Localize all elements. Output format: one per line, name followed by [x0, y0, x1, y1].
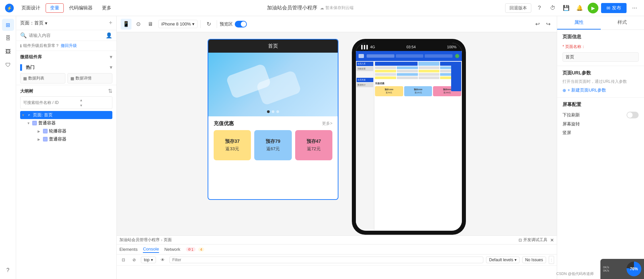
devtools-tab-row: Elements Console Network ⊘ 1 4	[117, 244, 557, 255]
devtools-scroll[interactable]: ⋮	[549, 256, 554, 264]
sidebar-data-icon[interactable]: 🗄	[2, 32, 14, 44]
arrow-down-btn[interactable]: ▼	[78, 103, 84, 108]
cloud-status: ☁ 暂未保存到云端	[320, 5, 354, 11]
publish-button[interactable]: ✉ 发布	[601, 3, 627, 13]
preview-toggle-switch[interactable]	[235, 21, 247, 27]
pull-refresh-toggle[interactable]	[627, 112, 639, 118]
nav-code-editor[interactable]: 代码编辑器	[65, 4, 97, 12]
run-button[interactable]: ▶	[588, 3, 598, 13]
undo-button[interactable]: ↩	[533, 19, 542, 29]
mini-cell-1	[375, 66, 396, 69]
dot-1[interactable]	[267, 110, 270, 113]
help-button[interactable]: ?	[534, 3, 545, 13]
save-button[interactable]: 💾	[561, 3, 572, 13]
devtools-tool-1[interactable]: ⊡	[119, 256, 127, 264]
recharge-card-3[interactable]: 预存47 返72元	[295, 130, 332, 160]
download-stat: 0K/s	[603, 269, 609, 272]
chevron-down-icon-hot[interactable]: ▾	[110, 64, 112, 70]
outline-section: 大纲树 ⇅ ▲ ▼ ▼ P 页面: 首页 ▼	[16, 85, 116, 146]
phone-content: 充值优惠 更多> 预存37 返33元 预存79 返67元	[208, 53, 338, 164]
sidebar-assets-icon[interactable]: 🖼	[2, 46, 14, 58]
devtools-separator: ›	[161, 238, 162, 242]
right-tab-properties[interactable]: 属性	[557, 16, 601, 30]
recharge-card-1[interactable]: 预存37 返33元	[214, 130, 251, 160]
tree-root-page[interactable]: ▼ P 页面: 首页	[20, 111, 112, 119]
component-data-detail[interactable]: ▦ 数据详情	[67, 73, 113, 83]
tree-container-1[interactable]: ▼ □ 普通容器	[25, 119, 112, 127]
pull-refresh-row: 下拉刷新	[562, 112, 639, 118]
nav-page-design[interactable]: 页面设计	[17, 4, 44, 12]
close-devtools-button[interactable]: ✕	[550, 237, 554, 243]
devtools-levels-select[interactable]: Default levels ▾	[486, 257, 519, 263]
component-data-list[interactable]: ▦ 数据列表	[20, 73, 65, 83]
mini-main-content: 充值优惠 更多> 预存1000 返50元	[374, 61, 462, 230]
devtools-tab-elements[interactable]: Elements	[119, 246, 138, 253]
mini-card-2: 预存2000 返120元	[404, 86, 432, 96]
add-page-button[interactable]: +	[109, 19, 112, 26]
device-desktop-icon[interactable]: 🖥	[145, 19, 156, 30]
component-icon: ▦	[23, 76, 27, 81]
mini-header-blue	[375, 62, 418, 66]
devtools-open-btn[interactable]: ⊡ 开发调试工具	[519, 237, 547, 243]
expand-icon-carousel: ▶	[38, 129, 42, 133]
devtools-filter-input[interactable]	[169, 257, 484, 263]
outline-search-input[interactable]	[23, 100, 77, 105]
carousel-area[interactable]	[208, 53, 338, 116]
page-name-input-row: 首页	[562, 52, 639, 62]
csdn-watermark: CSDN @低代码布道师	[556, 271, 594, 276]
right-panel: 属性 样式 页面信息 * 页面名称： 首页 页面URL参数 打开当前页面时，通过…	[557, 16, 644, 279]
search-input[interactable]	[29, 33, 104, 38]
topbar-more-button[interactable]: ···	[629, 3, 640, 13]
arrow-up-btn[interactable]: ▲	[78, 98, 84, 102]
tree-child-container: ▼ □ 普通容器 ▶ □ 轮播容器 ▶ □ 普通容器	[25, 119, 112, 143]
sidebar-pages-icon[interactable]: ⊞	[2, 19, 14, 31]
top-badge[interactable]: top ▾	[141, 257, 156, 263]
refresh-button[interactable]: ↻	[203, 19, 214, 30]
nav-more[interactable]: 更多	[98, 4, 115, 12]
hot-section-header: ▌ 热门 ▾	[16, 61, 116, 72]
outline-search-box: ▲ ▼	[20, 96, 112, 109]
mini-recharge-title: 充值优惠	[375, 82, 384, 85]
page-selector[interactable]: 页面：首页 ▾	[20, 20, 47, 26]
logo: ⚡	[4, 3, 15, 13]
upgrade-link[interactable]: 撤回升级	[61, 43, 77, 49]
mini-sidebar: 会员入库 功能设置 会员充值 数据统计	[356, 61, 374, 230]
more-link[interactable]: 更多>	[322, 121, 332, 126]
nav-variable[interactable]: 变量	[46, 3, 64, 13]
tree-carousel[interactable]: ▶ □ 轮播容器	[36, 127, 112, 135]
page-info-section: 页面信息 * 页面名称： 首页	[557, 30, 644, 66]
rollback-button[interactable]: 回退版本	[505, 3, 531, 13]
phone-screen: ▌▌▌ 4G 03:54 100%	[356, 43, 462, 231]
tree-plain-container[interactable]: ▶ □ 普通容器	[36, 135, 112, 143]
component-library-title: 微搭组件库	[20, 54, 42, 60]
redo-button[interactable]: ↪	[543, 19, 553, 29]
add-url-button[interactable]: ⊕ + 新建页面URL参数	[562, 87, 639, 93]
recharge-card-2[interactable]: 预存79 返67元	[254, 130, 291, 160]
bell-button[interactable]: 🔔	[574, 3, 585, 13]
stats-left: 0K/s 0K/s	[603, 266, 609, 272]
icon-sidebar: ⊞ 🗄 🖼 🛡 ?	[0, 16, 16, 279]
device-phone-icon[interactable]: 📱	[121, 19, 131, 30]
device-tablet-icon[interactable]: ⊙	[133, 19, 144, 30]
page-name-input[interactable]: 首页	[562, 52, 639, 62]
devtools-tool-eye[interactable]: 👁	[159, 256, 167, 264]
outline-sort-icon[interactable]: ⇅	[108, 88, 112, 94]
expand-icon-devtools: ⊡	[519, 238, 522, 242]
device-select[interactable]: iPhone 8 100% ▾	[158, 20, 198, 28]
right-tab-style[interactable]: 样式	[601, 16, 644, 30]
carousel-icon: □	[43, 129, 48, 133]
sidebar-help-icon[interactable]: ?	[2, 264, 14, 276]
sidebar-shield-icon[interactable]: 🛡	[2, 59, 14, 71]
devtools-tab-network[interactable]: Network	[164, 246, 180, 253]
dot-2[interactable]	[272, 110, 274, 113]
history-button[interactable]: ⏱	[547, 3, 558, 13]
hot-icon: ▌	[20, 64, 24, 70]
mini-cell-11	[419, 73, 440, 76]
devtools: 加油站会员管理小程序 › 页面 ⊡ 开发调试工具 ✕ Elements Cons…	[117, 235, 557, 279]
devtools-tab-console[interactable]: Console	[143, 246, 159, 253]
hot-title: 热门	[26, 64, 35, 70]
chevron-down-icon-lib[interactable]: ▾	[110, 54, 112, 60]
signal-text: ▌▌▌ 4G	[361, 45, 375, 49]
dot-3[interactable]	[276, 110, 279, 113]
devtools-tool-2[interactable]: ⊘	[130, 256, 138, 264]
